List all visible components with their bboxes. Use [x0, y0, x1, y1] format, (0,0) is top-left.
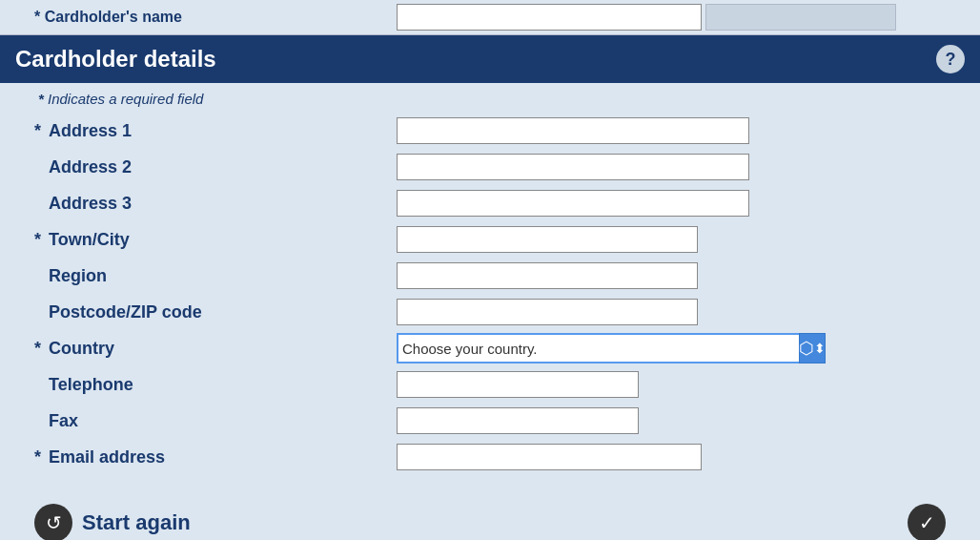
region-input[interactable] [397, 262, 698, 289]
address1-label: Address 1 [45, 121, 397, 141]
country-label: Country [45, 339, 397, 359]
town-city-input[interactable] [397, 226, 698, 253]
form-area: * Indicates a required field * Address 1… [0, 83, 980, 492]
telephone-row: * Telephone [34, 368, 946, 401]
telephone-input[interactable] [397, 371, 639, 398]
start-again-icon: ↺ [34, 504, 72, 540]
fax-row: * Fax [34, 405, 946, 437]
telephone-label: Telephone [45, 375, 397, 395]
required-note: * Indicates a required field [34, 91, 946, 107]
country-select-wrapper: Choose your country. United Kingdom Unit… [397, 333, 826, 363]
cardholder-name-row: * Cardholder's name [0, 0, 980, 35]
address1-row: * Address 1 [34, 114, 946, 147]
fax-input[interactable] [397, 407, 639, 434]
region-row: * Region [34, 260, 946, 292]
section-header: Cardholder details ? [0, 35, 980, 83]
country-row: * Country Choose your country. United Ki… [34, 332, 946, 364]
address1-input[interactable] [397, 117, 749, 144]
country-select[interactable]: Choose your country. United Kingdom Unit… [397, 333, 826, 363]
postcode-input[interactable] [397, 299, 698, 325]
town-city-label: Town/City [45, 230, 397, 250]
address3-label: Address 3 [45, 194, 397, 214]
address2-input[interactable] [397, 154, 749, 180]
email-input[interactable] [397, 444, 702, 470]
help-icon[interactable]: ? [936, 45, 965, 73]
postcode-label: Postcode/ZIP code [45, 302, 397, 322]
start-again-button[interactable]: ↺ Start again [34, 504, 191, 540]
postcode-row: * Postcode/ZIP code [34, 296, 946, 328]
address3-input[interactable] [397, 190, 749, 217]
section-title: Cardholder details [15, 46, 216, 73]
start-again-label: Start again [82, 510, 191, 535]
continue-icon: ✓ [919, 511, 935, 534]
address3-row: * Address 3 [34, 187, 946, 219]
fax-label: Fax [45, 411, 397, 431]
continue-button[interactable]: ✓ [908, 504, 946, 540]
town-city-row: * Town/City [34, 223, 946, 256]
region-label: Region [45, 266, 397, 286]
address2-row: * Address 2 [34, 151, 946, 183]
email-label: Email address [45, 447, 397, 467]
cardholder-name-input[interactable] [397, 4, 702, 31]
email-row: * Email address [34, 441, 946, 473]
bottom-row: ↺ Start again ✓ [0, 492, 980, 540]
cardholder-name-label: * Cardholder's name [34, 9, 397, 26]
address2-label: Address 2 [45, 157, 397, 177]
cardholder-name-extra [705, 4, 896, 31]
